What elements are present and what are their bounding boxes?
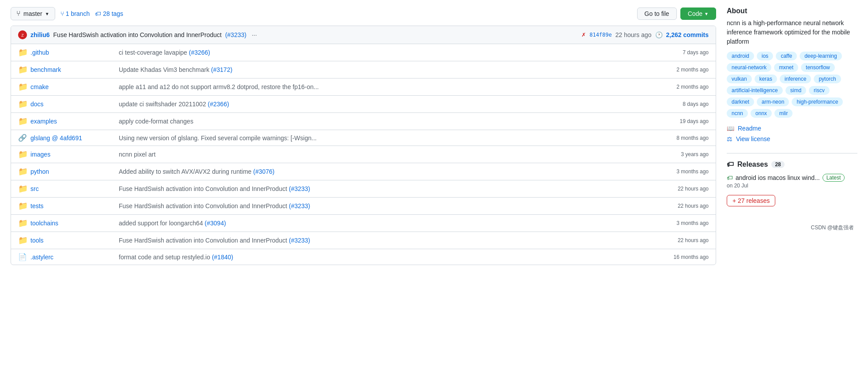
table-row: 📁 images ncnn pixel art 3 years ago: [11, 146, 716, 163]
tag-pill[interactable]: arm-neon: [757, 97, 789, 106]
file-time: 8 months ago: [656, 135, 709, 141]
table-row: 📁 .github ci test-coverage lavapipe (#32…: [11, 44, 716, 61]
tag-pill[interactable]: ncnn: [727, 109, 748, 118]
license-link[interactable]: ⚖ View license: [727, 135, 857, 142]
tag-pill[interactable]: artificial-intelligence: [727, 86, 783, 95]
file-name-link[interactable]: src: [30, 185, 119, 192]
file-time: 22 hours ago: [656, 203, 709, 209]
watermark: CSDN @键盘强者: [727, 224, 857, 232]
file-name-link[interactable]: examples: [30, 118, 119, 125]
commit-hash-link[interactable]: 814f89e: [589, 32, 612, 38]
tag-pill[interactable]: neural-network: [727, 63, 771, 72]
file-time: 22 hours ago: [656, 186, 709, 192]
commit-pr-link[interactable]: (#3172): [211, 66, 232, 73]
table-row: 📁 python Added ability to switch AVX/AVX…: [11, 163, 716, 180]
file-time: 7 days ago: [656, 49, 709, 56]
tag-pill[interactable]: vulkan: [727, 75, 752, 83]
file-name-link[interactable]: tools: [30, 237, 119, 244]
folder-icon: 📁: [18, 150, 27, 159]
file-commit-msg: Fuse HardSwish activation into Convoluti…: [119, 202, 656, 209]
commit-pr-link[interactable]: (#3094): [205, 220, 226, 227]
tag-icon: 🏷: [727, 161, 734, 168]
tag-pill[interactable]: darknet: [727, 97, 754, 106]
commit-text: Fuse HardSwish activation into Convoluti…: [119, 237, 289, 244]
file-commit-msg: ci test-coverage lavapipe (#3266): [119, 49, 656, 56]
folder-icon: 📁: [18, 167, 27, 176]
folder-icon: 📁: [18, 235, 27, 245]
commit-pr-link[interactable]: (#3233): [289, 185, 310, 192]
releases-label: Releases: [737, 161, 768, 168]
file-time: 3 months ago: [656, 168, 709, 175]
file-name-link[interactable]: cmake: [30, 83, 119, 90]
commit-pr-link[interactable]: (#2366): [208, 101, 229, 108]
clock-icon: 🕐: [655, 31, 663, 38]
chevron-down-icon: ▼: [45, 11, 49, 16]
readme-link[interactable]: 📖 Readme: [727, 125, 857, 132]
file-name-link[interactable]: toolchains: [30, 220, 119, 227]
file-name-link[interactable]: docs: [30, 101, 119, 108]
chevron-down-icon: ▼: [704, 11, 709, 16]
folder-icon: 📁: [18, 65, 27, 75]
table-row: 📁 benchmark Update Khadas Vim3 benchmark…: [11, 61, 716, 78]
commit-text: Using new version of glslang. Fixed seve…: [119, 135, 317, 142]
tag-pill[interactable]: high-preformance: [792, 97, 843, 106]
folder-icon: 📁: [18, 218, 27, 228]
tag-pill[interactable]: keras: [755, 75, 777, 83]
go-to-file-button[interactable]: Go to file: [637, 7, 677, 20]
file-name-link[interactable]: glslang @ 4afd691: [30, 135, 119, 142]
file-name-link[interactable]: .github: [30, 49, 119, 56]
more-releases-button[interactable]: + 27 releases: [727, 195, 775, 206]
commit-pr-link[interactable]: (#1840): [212, 254, 233, 261]
tag-pill[interactable]: mxnet: [774, 63, 798, 72]
table-row: 📁 src Fuse HardSwish activation into Con…: [11, 180, 716, 198]
file-name-link[interactable]: benchmark: [30, 66, 119, 73]
tag-pill[interactable]: onnx: [751, 109, 772, 118]
release-item: 🏷 android ios macos linux wind... Latest…: [727, 174, 857, 189]
commit-count-link[interactable]: 2,262 commits: [666, 31, 709, 38]
tags-count-link[interactable]: 🏷 28 tags: [95, 10, 123, 17]
tag-pill[interactable]: ios: [757, 52, 773, 60]
branch-selector[interactable]: ⑂ master ▼: [11, 7, 55, 20]
tag-pill[interactable]: inference: [780, 75, 811, 83]
tag-pill[interactable]: simd: [785, 86, 806, 95]
commit-pr-link[interactable]: (#3233): [225, 31, 246, 38]
commit-pr-link[interactable]: (#3266): [189, 49, 210, 56]
code-label: Code: [688, 10, 702, 17]
file-time: 22 hours ago: [656, 237, 709, 243]
branch-count-link[interactable]: ⑂ 1 branch: [60, 10, 90, 17]
file-name-link[interactable]: .astylerc: [30, 254, 119, 261]
file-name-link[interactable]: python: [30, 168, 119, 175]
commit-text: update ci swiftshader 20211002: [119, 101, 208, 108]
folder-icon: 📁: [18, 116, 27, 126]
commit-text: Fuse HardSwish activation into Convoluti…: [119, 202, 289, 209]
file-commit-msg: format code and setup restyled.io (#1840…: [119, 254, 656, 261]
code-button[interactable]: Code ▼: [680, 7, 716, 20]
folder-icon: 📁: [18, 99, 27, 109]
commit-pr-link[interactable]: (#3076): [253, 168, 275, 175]
file-commit-msg: Fuse HardSwish activation into Convoluti…: [119, 237, 656, 244]
tag-pill[interactable]: riscv: [809, 86, 830, 95]
tag-pill[interactable]: tensorflow: [801, 63, 835, 72]
commit-user-link[interactable]: zhiliu6: [30, 31, 50, 38]
about-section: About ncnn is a high-performance neural …: [727, 7, 857, 142]
tags-count-label: 28 tags: [103, 10, 123, 17]
tags-container: androidioscaffedeep-learningneural-netwo…: [727, 52, 857, 118]
file-commit-msg: apple a11 and a12 do not support armv8.2…: [119, 83, 656, 90]
commit-pr-link[interactable]: (#3233): [289, 202, 310, 209]
commit-text: apple a11 and a12 do not support armv8.2…: [119, 83, 319, 90]
file-name-link[interactable]: tests: [30, 202, 119, 209]
branch-count-icon: ⑂: [60, 10, 64, 17]
tag-pill[interactable]: mlir: [774, 109, 793, 118]
tag-pill[interactable]: caffe: [776, 52, 797, 60]
commit-dots[interactable]: ···: [252, 31, 257, 38]
tag-pill[interactable]: deep-learning: [800, 52, 842, 60]
releases-header: 🏷 Releases 28: [727, 161, 857, 168]
file-name-link[interactable]: images: [30, 151, 119, 158]
tag-pill[interactable]: android: [727, 52, 754, 60]
toolbar: ⑂ master ▼ ⑂ 1 branch 🏷 28 tags Go to fi…: [11, 7, 716, 20]
file-commit-msg: Update Khadas Vim3 benchmark (#3172): [119, 66, 656, 73]
commit-pr-link[interactable]: (#3233): [289, 237, 310, 244]
readme-label: Readme: [738, 125, 761, 132]
commit-text: Update Khadas Vim3 benchmark: [119, 66, 211, 73]
tag-pill[interactable]: pytorch: [814, 75, 841, 83]
